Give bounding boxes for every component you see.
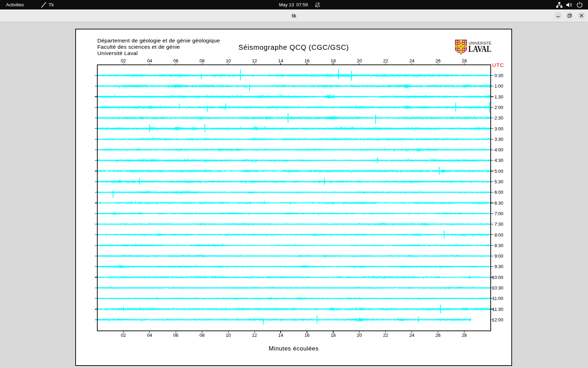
svg-text:8:30: 8:30 (495, 243, 503, 248)
svg-text:Département de géologie et de: Département de géologie et de génie géol… (97, 38, 220, 43)
svg-text:16: 16 (304, 333, 309, 338)
svg-text:9:00: 9:00 (495, 253, 503, 259)
svg-text:28: 28 (462, 333, 467, 338)
svg-text:1:30: 1:30 (495, 94, 503, 100)
svg-text:6:00: 6:00 (495, 190, 503, 195)
svg-text:22: 22 (383, 333, 388, 338)
svg-text:02: 02 (121, 333, 126, 338)
svg-text:26: 26 (435, 333, 440, 338)
svg-text:3:30: 3:30 (495, 137, 503, 142)
svg-text:2:30: 2:30 (495, 115, 503, 121)
svg-text:8:00: 8:00 (495, 232, 503, 238)
svg-text:06: 06 (173, 58, 178, 63)
svg-text:10: 10 (226, 58, 231, 63)
svg-text:16: 16 (304, 58, 309, 63)
svg-text:26: 26 (435, 58, 440, 63)
svg-text:08: 08 (200, 333, 204, 338)
svg-text:14: 14 (278, 58, 283, 63)
svg-text:Séismographe QCQ (CGC/GSC): Séismographe QCQ (CGC/GSC) (238, 43, 349, 51)
svg-text:4:00: 4:00 (495, 147, 503, 152)
svg-text:LAVAL: LAVAL (468, 43, 491, 54)
svg-text:Université Laval: Université Laval (97, 50, 138, 56)
svg-text:14: 14 (278, 333, 283, 338)
svg-text:20: 20 (357, 333, 362, 338)
svg-text:18: 18 (331, 58, 336, 63)
svg-text:0:30: 0:30 (495, 73, 503, 78)
svg-text:2:00: 2:00 (495, 105, 503, 110)
svg-text:20: 20 (357, 58, 362, 63)
svg-text:12: 12 (252, 58, 257, 63)
svg-text:18: 18 (331, 333, 336, 338)
svg-text:Faculté des sciences et de gén: Faculté des sciences et de génie (97, 44, 180, 50)
svg-text:6:30: 6:30 (495, 200, 503, 206)
svg-text:04: 04 (147, 58, 152, 63)
svg-text:22: 22 (383, 58, 388, 63)
svg-text:3:00: 3:00 (495, 126, 503, 131)
svg-text:7:30: 7:30 (495, 222, 503, 227)
svg-text:1:00: 1:00 (495, 83, 503, 89)
svg-text:10:00: 10:00 (492, 275, 503, 280)
svg-text:7:00: 7:00 (495, 211, 503, 216)
svg-text:9:30: 9:30 (495, 264, 503, 269)
svg-text:12:00: 12:00 (492, 317, 503, 322)
svg-text:UTC: UTC (492, 62, 504, 68)
svg-text:10:30: 10:30 (492, 285, 503, 291)
svg-text:11:00: 11:00 (492, 296, 503, 301)
svg-text:24: 24 (409, 333, 414, 338)
svg-text:12: 12 (252, 333, 257, 338)
svg-text:06: 06 (173, 333, 178, 338)
svg-text:11:30: 11:30 (492, 307, 503, 312)
svg-text:28: 28 (462, 58, 467, 63)
svg-text:5:00: 5:00 (495, 169, 503, 174)
svg-text:02: 02 (121, 58, 126, 63)
svg-text:5:30: 5:30 (495, 179, 503, 184)
svg-text:08: 08 (200, 58, 204, 63)
svg-text:10: 10 (226, 333, 231, 338)
svg-text:04: 04 (147, 333, 152, 338)
svg-text:4:30: 4:30 (495, 158, 503, 163)
svg-text:Minutes écoulées: Minutes écoulées (269, 345, 319, 352)
svg-text:24: 24 (409, 58, 414, 63)
